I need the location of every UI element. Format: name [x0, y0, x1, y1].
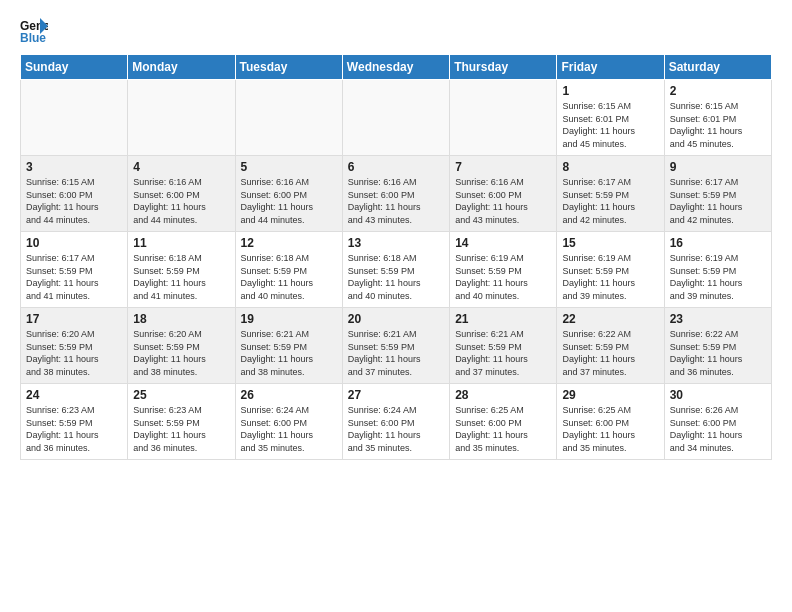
day-cell: 27Sunrise: 6:24 AM Sunset: 6:00 PM Dayli…: [342, 384, 449, 460]
day-number: 9: [670, 160, 766, 174]
day-cell: 12Sunrise: 6:18 AM Sunset: 5:59 PM Dayli…: [235, 232, 342, 308]
day-cell: [128, 80, 235, 156]
day-info: Sunrise: 6:19 AM Sunset: 5:59 PM Dayligh…: [455, 252, 551, 302]
day-number: 19: [241, 312, 337, 326]
day-cell: 28Sunrise: 6:25 AM Sunset: 6:00 PM Dayli…: [450, 384, 557, 460]
day-cell: 30Sunrise: 6:26 AM Sunset: 6:00 PM Dayli…: [664, 384, 771, 460]
logo: General Blue: [20, 16, 52, 44]
day-cell: 25Sunrise: 6:23 AM Sunset: 5:59 PM Dayli…: [128, 384, 235, 460]
col-header-tuesday: Tuesday: [235, 55, 342, 80]
col-header-wednesday: Wednesday: [342, 55, 449, 80]
day-info: Sunrise: 6:24 AM Sunset: 6:00 PM Dayligh…: [348, 404, 444, 454]
day-cell: 5Sunrise: 6:16 AM Sunset: 6:00 PM Daylig…: [235, 156, 342, 232]
day-cell: 23Sunrise: 6:22 AM Sunset: 5:59 PM Dayli…: [664, 308, 771, 384]
day-info: Sunrise: 6:22 AM Sunset: 5:59 PM Dayligh…: [670, 328, 766, 378]
day-info: Sunrise: 6:17 AM Sunset: 5:59 PM Dayligh…: [670, 176, 766, 226]
day-info: Sunrise: 6:19 AM Sunset: 5:59 PM Dayligh…: [562, 252, 658, 302]
day-number: 16: [670, 236, 766, 250]
day-number: 29: [562, 388, 658, 402]
col-header-friday: Friday: [557, 55, 664, 80]
day-cell: 15Sunrise: 6:19 AM Sunset: 5:59 PM Dayli…: [557, 232, 664, 308]
day-number: 8: [562, 160, 658, 174]
day-number: 21: [455, 312, 551, 326]
col-header-monday: Monday: [128, 55, 235, 80]
day-info: Sunrise: 6:15 AM Sunset: 6:01 PM Dayligh…: [670, 100, 766, 150]
day-cell: 14Sunrise: 6:19 AM Sunset: 5:59 PM Dayli…: [450, 232, 557, 308]
day-info: Sunrise: 6:21 AM Sunset: 5:59 PM Dayligh…: [455, 328, 551, 378]
day-number: 23: [670, 312, 766, 326]
day-info: Sunrise: 6:23 AM Sunset: 5:59 PM Dayligh…: [133, 404, 229, 454]
day-info: Sunrise: 6:15 AM Sunset: 6:00 PM Dayligh…: [26, 176, 122, 226]
day-number: 28: [455, 388, 551, 402]
day-cell: 2Sunrise: 6:15 AM Sunset: 6:01 PM Daylig…: [664, 80, 771, 156]
day-number: 11: [133, 236, 229, 250]
day-cell: 17Sunrise: 6:20 AM Sunset: 5:59 PM Dayli…: [21, 308, 128, 384]
day-info: Sunrise: 6:17 AM Sunset: 5:59 PM Dayligh…: [26, 252, 122, 302]
day-info: Sunrise: 6:24 AM Sunset: 6:00 PM Dayligh…: [241, 404, 337, 454]
page: General Blue SundayMondayTuesdayWednesda…: [0, 0, 792, 472]
day-cell: [342, 80, 449, 156]
day-info: Sunrise: 6:16 AM Sunset: 6:00 PM Dayligh…: [241, 176, 337, 226]
day-number: 6: [348, 160, 444, 174]
day-cell: 1Sunrise: 6:15 AM Sunset: 6:01 PM Daylig…: [557, 80, 664, 156]
day-cell: 3Sunrise: 6:15 AM Sunset: 6:00 PM Daylig…: [21, 156, 128, 232]
day-cell: 6Sunrise: 6:16 AM Sunset: 6:00 PM Daylig…: [342, 156, 449, 232]
day-info: Sunrise: 6:20 AM Sunset: 5:59 PM Dayligh…: [26, 328, 122, 378]
day-cell: 18Sunrise: 6:20 AM Sunset: 5:59 PM Dayli…: [128, 308, 235, 384]
day-number: 15: [562, 236, 658, 250]
day-number: 25: [133, 388, 229, 402]
day-info: Sunrise: 6:21 AM Sunset: 5:59 PM Dayligh…: [241, 328, 337, 378]
day-info: Sunrise: 6:16 AM Sunset: 6:00 PM Dayligh…: [455, 176, 551, 226]
day-info: Sunrise: 6:21 AM Sunset: 5:59 PM Dayligh…: [348, 328, 444, 378]
week-row-1: 1Sunrise: 6:15 AM Sunset: 6:01 PM Daylig…: [21, 80, 772, 156]
week-row-5: 24Sunrise: 6:23 AM Sunset: 5:59 PM Dayli…: [21, 384, 772, 460]
calendar-table: SundayMondayTuesdayWednesdayThursdayFrid…: [20, 54, 772, 460]
day-cell: [21, 80, 128, 156]
day-cell: 8Sunrise: 6:17 AM Sunset: 5:59 PM Daylig…: [557, 156, 664, 232]
day-info: Sunrise: 6:18 AM Sunset: 5:59 PM Dayligh…: [133, 252, 229, 302]
day-number: 30: [670, 388, 766, 402]
day-cell: 19Sunrise: 6:21 AM Sunset: 5:59 PM Dayli…: [235, 308, 342, 384]
col-header-thursday: Thursday: [450, 55, 557, 80]
day-number: 3: [26, 160, 122, 174]
day-info: Sunrise: 6:25 AM Sunset: 6:00 PM Dayligh…: [455, 404, 551, 454]
day-number: 2: [670, 84, 766, 98]
col-header-sunday: Sunday: [21, 55, 128, 80]
day-info: Sunrise: 6:16 AM Sunset: 6:00 PM Dayligh…: [348, 176, 444, 226]
day-cell: 24Sunrise: 6:23 AM Sunset: 5:59 PM Dayli…: [21, 384, 128, 460]
day-cell: 22Sunrise: 6:22 AM Sunset: 5:59 PM Dayli…: [557, 308, 664, 384]
col-header-saturday: Saturday: [664, 55, 771, 80]
day-number: 27: [348, 388, 444, 402]
day-number: 5: [241, 160, 337, 174]
day-cell: 7Sunrise: 6:16 AM Sunset: 6:00 PM Daylig…: [450, 156, 557, 232]
day-number: 7: [455, 160, 551, 174]
day-number: 18: [133, 312, 229, 326]
day-cell: [235, 80, 342, 156]
day-info: Sunrise: 6:18 AM Sunset: 5:59 PM Dayligh…: [348, 252, 444, 302]
week-row-3: 10Sunrise: 6:17 AM Sunset: 5:59 PM Dayli…: [21, 232, 772, 308]
day-info: Sunrise: 6:17 AM Sunset: 5:59 PM Dayligh…: [562, 176, 658, 226]
week-row-4: 17Sunrise: 6:20 AM Sunset: 5:59 PM Dayli…: [21, 308, 772, 384]
day-cell: 21Sunrise: 6:21 AM Sunset: 5:59 PM Dayli…: [450, 308, 557, 384]
day-cell: 13Sunrise: 6:18 AM Sunset: 5:59 PM Dayli…: [342, 232, 449, 308]
day-number: 14: [455, 236, 551, 250]
day-cell: 29Sunrise: 6:25 AM Sunset: 6:00 PM Dayli…: [557, 384, 664, 460]
calendar-header-row: SundayMondayTuesdayWednesdayThursdayFrid…: [21, 55, 772, 80]
day-info: Sunrise: 6:23 AM Sunset: 5:59 PM Dayligh…: [26, 404, 122, 454]
day-number: 12: [241, 236, 337, 250]
day-info: Sunrise: 6:19 AM Sunset: 5:59 PM Dayligh…: [670, 252, 766, 302]
day-number: 4: [133, 160, 229, 174]
day-cell: 9Sunrise: 6:17 AM Sunset: 5:59 PM Daylig…: [664, 156, 771, 232]
day-number: 26: [241, 388, 337, 402]
header: General Blue: [20, 16, 772, 44]
day-number: 20: [348, 312, 444, 326]
logo-icon: General Blue: [20, 16, 48, 44]
day-cell: 4Sunrise: 6:16 AM Sunset: 6:00 PM Daylig…: [128, 156, 235, 232]
svg-text:Blue: Blue: [20, 31, 46, 44]
day-cell: 16Sunrise: 6:19 AM Sunset: 5:59 PM Dayli…: [664, 232, 771, 308]
day-info: Sunrise: 6:26 AM Sunset: 6:00 PM Dayligh…: [670, 404, 766, 454]
day-cell: 11Sunrise: 6:18 AM Sunset: 5:59 PM Dayli…: [128, 232, 235, 308]
day-number: 10: [26, 236, 122, 250]
day-number: 22: [562, 312, 658, 326]
day-cell: 20Sunrise: 6:21 AM Sunset: 5:59 PM Dayli…: [342, 308, 449, 384]
